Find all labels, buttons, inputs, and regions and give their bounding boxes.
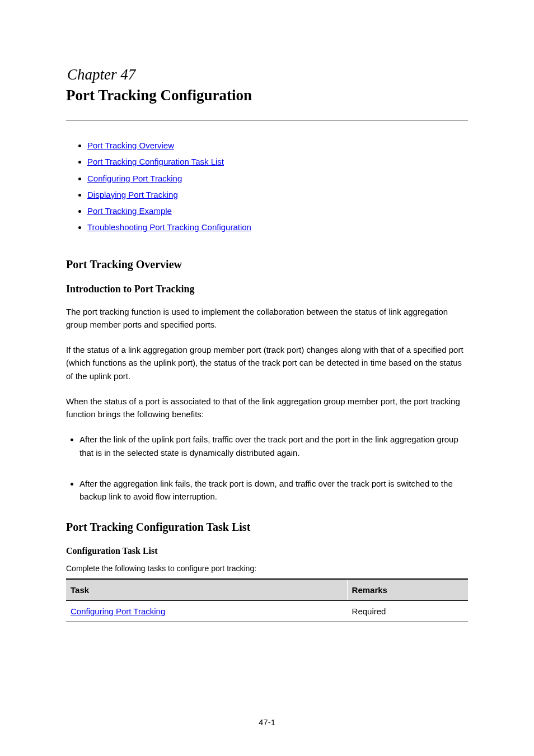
list-item: After the aggregation link fails, the tr… <box>79 477 468 503</box>
toc-link-displaying[interactable]: Displaying Port Tracking <box>87 190 178 199</box>
toc-list: Port Tracking Overview Port Tracking Con… <box>87 137 468 236</box>
subsection-heading-intro: Introduction to Port Tracking <box>66 283 468 295</box>
table-header-task: Task <box>66 579 347 601</box>
toc-item: Configuring Port Tracking <box>87 170 468 186</box>
page-number: 47-1 <box>0 717 534 727</box>
task-table-wrap: Complete the following tasks to configur… <box>66 564 468 622</box>
separator-rule <box>66 120 468 120</box>
toc-link-task-list[interactable]: Port Tracking Configuration Task List <box>87 157 224 166</box>
toc-link-configuring[interactable]: Configuring Port Tracking <box>87 174 182 183</box>
benefits-list: After the link of the uplink port fails,… <box>79 433 468 503</box>
subsection-heading-config-task-list: Configuration Task List <box>66 546 468 556</box>
table-header-row: Task Remarks <box>66 579 468 601</box>
toc-link-overview[interactable]: Port Tracking Overview <box>87 141 174 150</box>
table-header-remarks: Remarks <box>347 579 468 601</box>
chapter-label: Chapter 47 <box>67 66 468 83</box>
section-heading-overview: Port Tracking Overview <box>66 258 468 271</box>
table-cell-task: Configuring Port Tracking <box>66 601 347 622</box>
list-item: After the link of the uplink port fails,… <box>79 433 468 459</box>
task-table: Task Remarks Configuring Port Tracking R… <box>66 578 468 622</box>
body-paragraph: The port tracking function is used to im… <box>66 305 468 332</box>
body-paragraph: If the status of a link aggregation grou… <box>66 343 468 382</box>
table-cell-remarks: Required <box>347 601 468 622</box>
toc-item: Port Tracking Configuration Task List <box>87 153 468 170</box>
table-row: Configuring Port Tracking Required <box>66 601 468 622</box>
table-caption: Complete the following tasks to configur… <box>66 564 468 573</box>
toc-item: Troubleshooting Port Tracking Configurat… <box>87 219 468 235</box>
body-paragraph: When the status of a port is associated … <box>66 395 468 421</box>
toc-item: Port Tracking Example <box>87 203 468 219</box>
toc-link-example[interactable]: Port Tracking Example <box>87 206 172 216</box>
section-heading-task-list: Port Tracking Configuration Task List <box>66 521 468 534</box>
page: Chapter 47 Port Tracking Configuration P… <box>0 0 534 756</box>
toc-item: Port Tracking Overview <box>87 137 468 153</box>
table-link-configuring[interactable]: Configuring Port Tracking <box>71 606 165 616</box>
chapter-title: Port Tracking Configuration <box>66 87 468 104</box>
toc-item: Displaying Port Tracking <box>87 186 468 203</box>
toc-link-troubleshooting[interactable]: Troubleshooting Port Tracking Configurat… <box>87 222 251 232</box>
